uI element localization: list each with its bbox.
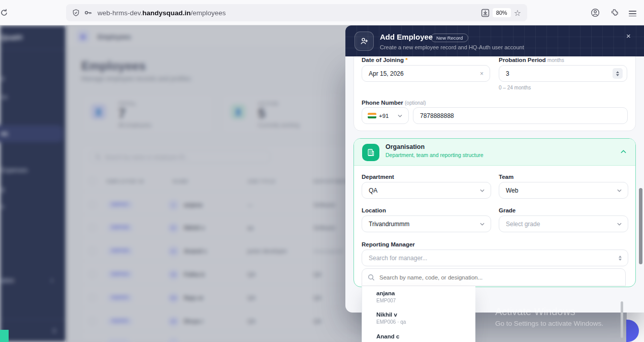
zoom-level-badge[interactable]: 80% — [493, 8, 511, 17]
number-stepper[interactable] — [613, 68, 623, 79]
manager-search-box[interactable] — [362, 268, 626, 286]
activate-windows-watermark: Activate Windows — [495, 306, 575, 318]
phone-label: Phone Number (optional) — [362, 100, 426, 106]
modal-scrollbar-thumb[interactable] — [639, 188, 642, 264]
search-icon — [368, 274, 375, 281]
manager-placeholder: Search for manager... — [369, 255, 427, 262]
location-label: Location — [362, 207, 386, 213]
option-name: Nikhil v — [376, 312, 397, 318]
chevron-down-icon — [398, 114, 402, 117]
option-name: anjana — [376, 290, 395, 296]
option-meta: EMP007 — [376, 298, 396, 303]
menu-hamburger-icon[interactable] — [629, 9, 636, 18]
location-select[interactable]: Trivandrummm — [362, 215, 491, 232]
date-of-joining-label: Date of Joining * — [362, 57, 408, 63]
phone-input[interactable]: 7878888888 — [413, 107, 628, 124]
dev-badge — [0, 330, 9, 342]
reporting-manager-label: Reporting Manager — [362, 241, 415, 247]
reporting-manager-combobox[interactable]: Search for manager... — [362, 250, 628, 266]
chevron-down-icon — [617, 189, 622, 192]
chevron-down-icon — [617, 223, 622, 226]
chevron-up-icon[interactable] — [621, 150, 626, 153]
probation-input[interactable]: 3 — [499, 65, 627, 82]
date-of-joining-input[interactable]: Apr 15, 2026 × — [362, 65, 490, 82]
team-label: Team — [499, 174, 513, 180]
option-name: Anand c — [376, 333, 399, 339]
department-select[interactable]: QA — [362, 182, 491, 199]
organisation-title: Organisation — [385, 143, 425, 150]
shield-icon — [72, 9, 80, 17]
dropdown-scrollbar-thumb[interactable] — [621, 301, 623, 338]
screen: ▣ Employees Employees Manage employee re… — [0, 0, 644, 342]
team-select[interactable]: Web — [499, 182, 628, 199]
modal-title: Add Employee — [380, 33, 433, 41]
country-code-select[interactable]: +91 — [362, 107, 409, 124]
department-value: QA — [369, 187, 377, 194]
phone-value: 7878888888 — [420, 112, 454, 119]
extensions-puzzle-icon[interactable] — [610, 8, 619, 17]
probation-label: Probation Period months — [499, 57, 564, 63]
india-flag-icon — [368, 113, 376, 118]
add-person-icon — [355, 32, 374, 51]
modal-header: Add Employee New Record Create a new emp… — [345, 25, 644, 56]
country-code: +91 — [379, 113, 389, 119]
organisation-subtitle: Department, team and reporting structure — [385, 152, 484, 158]
close-icon[interactable]: × — [626, 32, 631, 40]
probation-help: 0 – 24 months — [499, 85, 531, 90]
manager-options-list: anjana EMP007 Nikhil v EMP006 · qa Anand… — [362, 286, 475, 342]
department-label: Department — [362, 174, 394, 180]
url-text: web-hrms-dev.handysquad.in/employees — [98, 9, 226, 17]
grade-select[interactable]: Select grade — [499, 215, 628, 232]
option-meta: EMP006 · qa — [376, 319, 406, 325]
clear-date-icon[interactable]: × — [480, 70, 484, 77]
backdrop-dim-sidebar — [0, 25, 66, 342]
chevron-down-icon — [480, 189, 485, 192]
chevron-down-icon — [480, 223, 485, 226]
account-icon[interactable] — [591, 8, 600, 17]
reload-icon[interactable] — [0, 9, 8, 17]
manager-search-input[interactable] — [379, 274, 603, 281]
probation-value: 3 — [506, 70, 509, 77]
url-bar[interactable]: web-hrms-dev.handysquad.in/employees 80%… — [66, 4, 527, 21]
grade-label: Grade — [499, 207, 516, 213]
activate-windows-watermark-sub: Go to Settings to activate Windows. — [495, 320, 603, 327]
key-icon[interactable] — [84, 9, 92, 17]
date-value: Apr 15, 2026 — [369, 70, 404, 77]
location-value: Trivandrummm — [369, 221, 409, 228]
new-record-badge: New Record — [431, 34, 468, 42]
updown-chevrons-icon — [619, 256, 622, 261]
bookmark-star-icon[interactable]: ☆ — [514, 8, 521, 18]
building-icon — [362, 144, 379, 161]
modal-subtitle: Create a new employee record and HQ-Auth… — [380, 44, 524, 50]
grade-placeholder: Select grade — [506, 221, 540, 228]
team-value: Web — [506, 187, 518, 194]
browser-toolbar: web-hrms-dev.handysquad.in/employees 80%… — [0, 0, 644, 25]
download-icon[interactable] — [481, 9, 490, 17]
